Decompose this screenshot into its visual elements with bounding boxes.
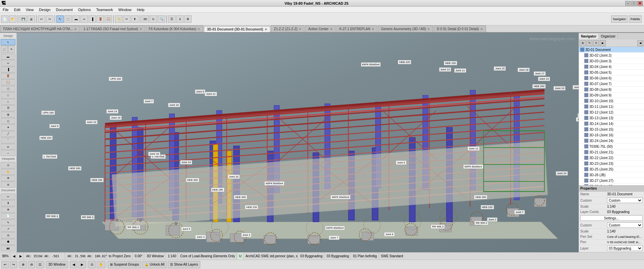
nav-item-9[interactable]: 3D-10 (Joint 10) [579,98,644,104]
tab-4[interactable]: Z1-Z-Z (Z1-Z-Z)✕ [271,25,305,32]
toolbar-btn-marquee[interactable]: ⬚ [64,15,72,23]
toolbar-btn-undo[interactable]: ↩ [38,15,45,23]
navigator-list[interactable]: 3D-01 Document3D-02 (Joint 2)3D-03 (Join… [579,47,644,185]
nav-item-21[interactable]: 3D-25 (Joint 25) [579,166,644,172]
toolbar-btn-save[interactable]: 💾 [19,15,27,23]
tab-close-5[interactable]: ✕ [330,27,333,31]
tab-5[interactable]: Action Center✕ [305,25,336,32]
toolbar-btn-settings[interactable]: ⚙ [184,15,192,23]
toolbar-btn-window[interactable]: 🪟 [105,15,112,23]
nav-item-8[interactable]: 3D-09 (Joint 9) [579,92,644,98]
menu-item-design[interactable]: Design [38,8,52,12]
nav-item-7[interactable]: 3D-08 (Joint 8) [579,87,644,92]
lt-zoom-in-btn[interactable]: ⊕ [1,175,15,181]
toolbar-btn-select[interactable]: ↖ [56,15,64,23]
nav-item-23[interactable]: 3D-27 (Joint 27) [579,178,644,184]
toolbar-btn-3d[interactable]: 3D [142,15,149,23]
organizer-tab[interactable]: Organizer [599,34,618,39]
nav-item-11[interactable]: 3D-12 (Joint 12) [579,110,644,115]
lt-object-tool[interactable]: ⬡ [1,86,15,92]
tab-1[interactable]: 1-17 FASAD (SO Fasad mot Sydost)✕ [80,25,145,32]
nav-item-1[interactable]: 3D-02 (Joint 2) [579,53,644,58]
close-button[interactable]: ✕ [637,1,643,6]
bt-zoom-in[interactable]: ⊕ [19,261,27,268]
toolbar-btn-palette[interactable]: Palette [629,15,642,23]
toolbar-btn-section[interactable]: ✂ [123,15,130,23]
menu-item-options[interactable]: Options [77,8,92,12]
lt-section-tool[interactable]: ✂ [1,194,15,200]
props-custom-dropdown[interactable]: Custom [607,198,643,203]
nav-item-13[interactable]: 3D-14 (Joint 14) [579,121,644,127]
nav-item-14[interactable]: 3D-15 (Joint 15) [579,127,644,132]
lt-tool-2[interactable]: ✎ [8,46,15,53]
lt-fill-tool[interactable]: ✦ [1,124,15,130]
bt-fit-btn[interactable]: ⊡ [36,261,44,268]
tab-close-2[interactable]: ✕ [198,27,200,31]
toolbar-btn-info[interactable]: ℹ [176,15,183,23]
lt-dim-tool[interactable]: ↔ [1,150,15,156]
lt-arrow-tool[interactable]: ↖ [1,39,15,45]
menu-item-help[interactable]: Help [136,8,146,12]
bt-undo-btn[interactable]: ↩ [1,261,9,268]
lt-arc-tool[interactable]: ⌒ [1,137,15,143]
lt-detail-tool[interactable]: ⊕ [1,207,15,213]
tab-6[interactable]: K-27.1 ENTREPLAN✕ [336,25,377,32]
tab-close-4[interactable]: ✕ [299,27,302,31]
lt-zoom-out-btn[interactable]: ⊖ [1,182,15,188]
nav-item-15[interactable]: 3D-16 (Joint 16) [579,132,644,138]
lt-label-tool[interactable]: ◎ [1,232,15,238]
tab-7[interactable]: Generic Axonometry (3D / AR)✕ [378,25,433,32]
toolbar-btn-column[interactable]: ▐ [89,15,96,23]
nav-item-19[interactable]: 3D-22 (Joint 22) [579,155,644,161]
bt-view-next[interactable]: ▶ [78,261,86,268]
sb-nav-next[interactable]: ▶ [18,253,24,260]
minimize-button[interactable]: ─ [625,1,631,6]
suspend-groups-button[interactable]: ⊞ Suspend Groups [108,261,141,268]
3d-viewport[interactable]: HEB 220HEB 300HEB 160L 70x70x6L 70x70x6U… [17,33,579,252]
lt-door-tool[interactable]: 🚪 [1,73,15,79]
menu-item-file[interactable]: File [1,8,10,12]
unlock-all-button[interactable]: 🔓 Unlock All [142,261,167,268]
navigator-tab[interactable]: Navigator [579,34,599,39]
maximize-button[interactable]: □ [631,1,637,6]
rp-new-btn[interactable]: ⊕ [580,40,586,46]
rp-collapse-btn[interactable]: ◀ [637,40,643,46]
lt-wall-tool[interactable]: ▬ [1,54,15,60]
lt-worksheet-tool[interactable]: 📄 [1,213,15,219]
lt-zone-tool[interactable]: ⬢ [1,239,15,245]
bt-zoom-out[interactable]: ⊖ [28,261,35,268]
lt-elevation-tool[interactable]: ⬆ [1,200,15,206]
tab-0[interactable]: ПЛАН НЕСУЩИХ КОНСТРУКЦИЙ НА ОТМ...✕ [0,25,80,32]
lt-curtain-wall-tool[interactable]: ⊞ [1,112,15,118]
bt-3d-window-btn[interactable]: 3D Window [46,261,68,268]
lt-stair-tool[interactable]: ☰ [1,105,15,111]
toolbar-btn-open[interactable]: 📂 [9,15,16,23]
menu-item-window[interactable]: Window [117,8,133,12]
toolbar-btn-new[interactable]: 📄 [1,15,8,23]
tab-close-1[interactable]: ✕ [140,27,142,31]
toolbar-btn-zoom[interactable]: 🔍 [158,15,165,23]
nav-item-5[interactable]: 3D-06 (Joint 6) [579,75,644,81]
rp-delete-btn[interactable]: ✕ [593,40,599,46]
nav-item-22[interactable]: 3D-26 (JB) [579,172,644,178]
toolbar-btn-door[interactable]: 🚪 [97,15,104,23]
tab-close-6[interactable]: ✕ [372,27,374,31]
menu-item-edit[interactable]: Edit [13,8,22,12]
lt-morph-tool[interactable]: ◻ [1,118,15,124]
nav-item-4[interactable]: 3D-05 (Joint 5) [579,70,644,75]
bt-view-prev[interactable]: ◀ [70,261,77,268]
sb-nav-prev[interactable]: ◀ [11,253,17,260]
nav-item-18[interactable]: 3D-21 (Joint 21) [579,149,644,155]
lt-orbit-btn[interactable]: ⊙ [1,162,15,168]
lt-pan-btn[interactable]: ✋ [1,169,15,175]
lt-roof-tool[interactable]: ⌂ [1,99,15,105]
menu-item-teamwork[interactable]: Teamwork [95,8,114,12]
menu-item-view[interactable]: View [24,8,35,12]
toolbar-btn-navigator[interactable]: Navigator [611,15,628,23]
nav-item-3[interactable]: 3D-04 (Joint 4) [579,64,644,70]
props-layer-dropdown[interactable]: 03 Byggnading [607,246,643,251]
nav-item-6[interactable]: 3D-07 (Joint 7) [579,81,644,87]
tab-close-7[interactable]: ✕ [427,27,430,31]
toolbar-btn-layers[interactable]: ☰ [168,15,175,23]
lt-line-tool[interactable]: ╱ [1,131,15,137]
